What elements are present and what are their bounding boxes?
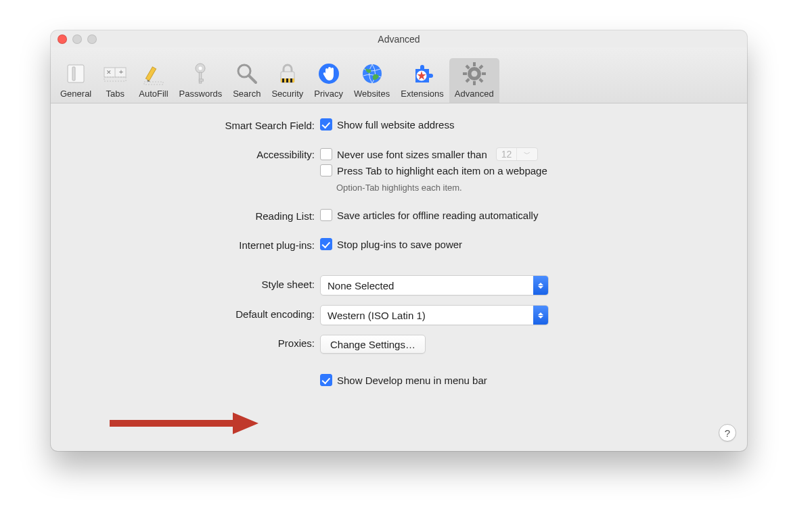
tab-websites[interactable]: Websites <box>348 58 395 103</box>
hand-icon <box>316 61 342 87</box>
updown-icon <box>533 306 548 325</box>
annotation-arrow-icon <box>107 408 263 438</box>
globe-icon <box>359 61 385 87</box>
svg-rect-0 <box>68 65 84 82</box>
svg-rect-32 <box>478 78 483 82</box>
magnifier-icon <box>234 61 260 87</box>
stop-plugins-checkbox[interactable]: Stop plug-ins to save power <box>320 238 734 250</box>
proxies-label: Proxies: <box>64 335 320 349</box>
svg-point-33 <box>471 71 477 77</box>
smart-search-label: Smart Search Field: <box>64 118 320 131</box>
tab-advanced[interactable]: Advanced <box>449 58 499 103</box>
tab-passwords[interactable]: Passwords <box>174 58 228 103</box>
svg-rect-18 <box>282 78 284 82</box>
stylesheet-select[interactable]: None Selected <box>320 275 549 296</box>
reading-list-label: Reading List: <box>64 209 320 222</box>
preferences-window: Advanced General ✕+ Tabs AutoFill <box>51 30 747 451</box>
offline-reading-checkbox[interactable]: Save articles for offline reading automa… <box>320 209 734 221</box>
svg-text:+: + <box>119 68 123 76</box>
svg-rect-9 <box>144 82 163 85</box>
svg-rect-19 <box>286 78 288 82</box>
pencil-icon <box>141 61 166 87</box>
svg-rect-25 <box>473 62 476 66</box>
svg-rect-1 <box>72 67 75 80</box>
chevron-down-icon: ﹀ <box>516 148 537 160</box>
svg-point-11 <box>199 67 202 70</box>
svg-rect-30 <box>465 78 470 82</box>
checkbox-icon <box>320 374 332 386</box>
svg-line-15 <box>249 76 256 82</box>
svg-rect-6 <box>104 77 126 81</box>
stylesheet-label: Style sheet: <box>64 275 320 290</box>
plugins-label: Internet plug-ins: <box>64 238 320 251</box>
accessibility-hint: Option-Tab highlights each item. <box>336 183 734 193</box>
help-button[interactable]: ? <box>719 424 736 442</box>
svg-rect-20 <box>290 78 292 82</box>
svg-rect-13 <box>200 79 204 81</box>
checkbox-icon <box>320 164 332 176</box>
svg-text:✕: ✕ <box>106 69 112 76</box>
min-font-checkbox[interactable]: Never use font sizes smaller than 12 ﹀ <box>320 147 734 161</box>
tab-tabs[interactable]: ✕+ Tabs <box>97 58 133 103</box>
window-title: Advanced <box>51 34 747 45</box>
prefs-toolbar: General ✕+ Tabs AutoFill Passwords <box>51 47 747 103</box>
tab-search[interactable]: Search <box>227 58 266 103</box>
change-settings-button[interactable]: Change Settings… <box>320 335 426 354</box>
gear-icon <box>461 61 487 87</box>
encoding-select[interactable]: Western (ISO Latin 1) <box>320 305 549 325</box>
tab-highlight-checkbox[interactable]: Press Tab to highlight each item on a we… <box>320 164 734 176</box>
svg-rect-31 <box>465 65 470 70</box>
key-icon <box>187 61 213 87</box>
tab-general[interactable]: General <box>55 58 97 103</box>
updown-icon <box>533 276 548 295</box>
checkbox-icon <box>320 148 332 160</box>
svg-rect-26 <box>473 81 476 85</box>
tab-privacy[interactable]: Privacy <box>309 58 348 103</box>
svg-rect-28 <box>482 72 486 75</box>
encoding-label: Default encoding: <box>64 305 320 320</box>
svg-point-22 <box>363 64 382 83</box>
checkbox-icon <box>320 118 332 131</box>
svg-marker-35 <box>233 412 258 434</box>
tab-security[interactable]: Security <box>266 58 309 103</box>
show-develop-menu-checkbox[interactable]: Show Develop menu in menu bar <box>320 374 734 386</box>
checkbox-icon <box>320 209 332 221</box>
advanced-pane: Smart Search Field: Show full website ad… <box>51 103 747 404</box>
show-full-url-checkbox[interactable]: Show full website address <box>320 118 734 131</box>
svg-rect-8 <box>145 67 156 80</box>
tabs-icon: ✕+ <box>102 61 128 87</box>
min-font-stepper[interactable]: 12 ﹀ <box>496 147 539 161</box>
accessibility-label: Accessibility: <box>64 147 320 160</box>
checkbox-icon <box>320 238 332 250</box>
svg-rect-29 <box>478 65 483 70</box>
tab-autofill[interactable]: AutoFill <box>133 58 173 103</box>
svg-rect-27 <box>463 72 467 75</box>
titlebar: Advanced <box>51 30 747 47</box>
svg-rect-12 <box>200 72 202 83</box>
tab-extensions[interactable]: Extensions <box>395 58 449 103</box>
lock-icon <box>275 61 300 87</box>
question-icon: ? <box>725 427 730 439</box>
switch-icon <box>63 61 89 87</box>
puzzle-icon <box>409 61 435 87</box>
